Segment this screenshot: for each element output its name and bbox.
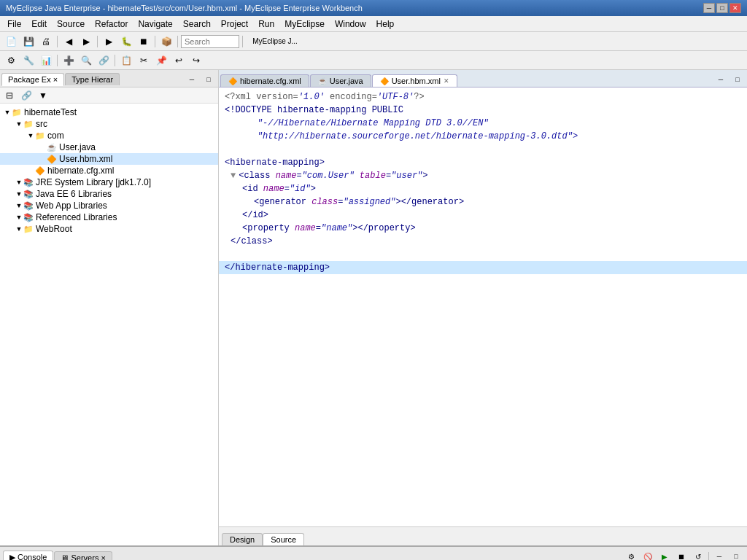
tb2-btn5[interactable]: 🔍 bbox=[78, 53, 94, 68]
new-button[interactable]: 📄 bbox=[3, 34, 19, 49]
menu-project[interactable]: Project bbox=[217, 18, 252, 31]
menu-help[interactable]: Help bbox=[372, 18, 399, 31]
panel-maximize-btn[interactable]: □ bbox=[201, 72, 217, 87]
tree-item-hibernatetest[interactable]: ▼ 📁 hibernateTest bbox=[0, 106, 218, 118]
tb2-btn7[interactable]: 📋 bbox=[118, 53, 134, 68]
left-panel: Package Ex × Type Hierar ─ □ ⊟ 🔗 ▼ ▼ 📁 h… bbox=[0, 70, 219, 545]
editor-tabs: 🔶 hibernate.cfg.xml ☕ User.java 🔶 User.h… bbox=[219, 70, 747, 88]
btm-sep bbox=[708, 552, 709, 560]
editor-minimize-btn[interactable]: ─ bbox=[713, 72, 729, 87]
collapse-all-btn[interactable]: ⊟ bbox=[1, 88, 18, 103]
menu-source[interactable]: Source bbox=[53, 18, 89, 31]
tree-item-userjava[interactable]: ☕ User.java bbox=[0, 141, 218, 153]
tree-item-src[interactable]: ▼ 📁 src bbox=[0, 118, 218, 130]
myeclipse-btn[interactable]: MyEclipse J... bbox=[246, 34, 304, 49]
tree-item-hibernate-cfg[interactable]: 🔶 hibernate.cfg.xml bbox=[0, 165, 218, 176]
panel-minimize-btn[interactable]: ─ bbox=[184, 72, 200, 87]
expand-webapp[interactable]: ▼ bbox=[15, 202, 23, 209]
expand-jre[interactable]: ▼ bbox=[15, 179, 23, 186]
stop-button[interactable]: ⏹ bbox=[136, 34, 152, 49]
left-panel-tabs: Package Ex × Type Hierar ─ □ bbox=[0, 70, 218, 88]
code-line-5 bbox=[225, 143, 741, 156]
btm-panel-clear[interactable]: 🚫 bbox=[640, 549, 656, 560]
code-line-14: </hibernate-mapping> bbox=[219, 261, 747, 274]
bottom-panel-tabs: ▶ Console 🖥 Servers × ⚙ 🚫 ▶ ⏹ ↺ ─ □ bbox=[0, 547, 747, 560]
deploy-button[interactable]: 📦 bbox=[158, 34, 174, 49]
tree-item-reflibs[interactable]: ▼ 📚 Referenced Libraries bbox=[0, 211, 218, 223]
print-button[interactable]: 🖨 bbox=[38, 34, 54, 49]
tree-item-javaee[interactable]: ▼ 📚 Java EE 6 Libraries bbox=[0, 188, 218, 200]
reflibs-label: Referenced Libraries bbox=[36, 212, 117, 222]
btm-panel-stop[interactable]: ⏹ bbox=[673, 549, 689, 560]
tab-source[interactable]: Source bbox=[263, 533, 304, 545]
btm-panel-minimize[interactable]: ─ bbox=[711, 549, 727, 560]
tb2-sep2 bbox=[115, 55, 115, 66]
tb2-btn6[interactable]: 🔗 bbox=[96, 53, 112, 68]
editor-content[interactable]: <?xml version='1.0' encoding='UTF-8'?> <… bbox=[219, 88, 747, 526]
btm-panel-maximize[interactable]: □ bbox=[728, 549, 744, 560]
search-input[interactable] bbox=[181, 35, 239, 48]
tb2-btn10[interactable]: ↩ bbox=[171, 53, 187, 68]
expand-webroot[interactable]: ▼ bbox=[15, 225, 23, 233]
btm-panel-run[interactable]: ▶ bbox=[657, 549, 673, 560]
tree-item-userhbm[interactable]: 🔶 User.hbm.xml bbox=[0, 153, 218, 165]
tab-user-java[interactable]: ☕ User.java bbox=[310, 74, 371, 87]
btm-tab-servers[interactable]: 🖥 Servers × bbox=[54, 551, 112, 560]
tb2-sep1 bbox=[57, 55, 58, 66]
tb2-btn3[interactable]: 📊 bbox=[38, 53, 54, 68]
code-line-9: <generator class="assigned"></generator> bbox=[225, 195, 741, 209]
tab-design[interactable]: Design bbox=[222, 533, 263, 545]
menu-search[interactable]: Search bbox=[179, 18, 215, 31]
tab-package-explorer[interactable]: Package Ex × bbox=[1, 73, 64, 86]
save-button[interactable]: 💾 bbox=[20, 34, 36, 49]
btm-panel-refresh[interactable]: ↺ bbox=[690, 549, 706, 560]
tree-item-com[interactable]: ▼ 📁 com bbox=[0, 130, 218, 141]
expand-src[interactable]: ▼ bbox=[15, 120, 23, 128]
com-label: com bbox=[47, 131, 64, 141]
close-button[interactable]: ✕ bbox=[729, 3, 741, 13]
title-bar: MyEclipse Java Enterprise - hibernateTes… bbox=[0, 0, 747, 16]
menu-window[interactable]: Window bbox=[330, 18, 371, 31]
debug-button[interactable]: 🐛 bbox=[118, 34, 134, 49]
menu-file[interactable]: File bbox=[3, 18, 26, 31]
expand-com[interactable]: ▼ bbox=[26, 132, 35, 139]
code-line-6: <hibernate-mapping> bbox=[225, 156, 741, 169]
menu-edit[interactable]: Edit bbox=[27, 18, 51, 31]
menu-myeclipse[interactable]: MyEclipse bbox=[280, 18, 329, 31]
maximize-button[interactable]: □ bbox=[716, 3, 728, 13]
tb2-btn1[interactable]: ⚙ bbox=[3, 53, 19, 68]
menu-refactor[interactable]: Refactor bbox=[90, 18, 132, 31]
tb2-btn8[interactable]: ✂ bbox=[136, 53, 152, 68]
tab-userhbm-close[interactable]: ✕ bbox=[444, 77, 449, 85]
forward-button[interactable]: ▶ bbox=[78, 34, 94, 49]
menu-run[interactable]: Run bbox=[254, 18, 279, 31]
menu-navigate[interactable]: Navigate bbox=[133, 18, 177, 31]
code-line-7: ▼ <class name="com.User" table="user"> bbox=[225, 169, 741, 182]
tab-user-hbm[interactable]: 🔶 User.hbm.xml ✕ bbox=[372, 74, 457, 87]
code-line-4: "http://hibernate.sourceforge.net/hibern… bbox=[225, 130, 741, 143]
link-editor-btn[interactable]: 🔗 bbox=[18, 88, 34, 103]
btm-tab-console[interactable]: ▶ Console bbox=[3, 551, 53, 560]
back-button[interactable]: ◀ bbox=[61, 34, 77, 49]
editor-bottom-tabs: Design Source bbox=[219, 526, 747, 545]
minimize-button[interactable]: ─ bbox=[703, 3, 715, 13]
tab-type-hierarchy[interactable]: Type Hierar bbox=[65, 73, 120, 85]
tb2-btn2[interactable]: 🔧 bbox=[20, 53, 36, 68]
btm-panel-settings[interactable]: ⚙ bbox=[623, 549, 639, 560]
tb2-btn11[interactable]: ↪ bbox=[188, 53, 204, 68]
tree-filter-btn[interactable]: ▼ bbox=[35, 88, 51, 103]
expand-javaee[interactable]: ▼ bbox=[15, 190, 23, 198]
run-button[interactable]: ▶ bbox=[101, 34, 117, 49]
tree-item-jre[interactable]: ▼ 📚 JRE System Library [jdk1.7.0] bbox=[0, 176, 218, 188]
expand-hibernatetest[interactable]: ▼ bbox=[3, 109, 12, 116]
expand-reflibs[interactable]: ▼ bbox=[15, 214, 23, 221]
javaee-label: Java EE 6 Libraries bbox=[36, 189, 112, 199]
toolbar-row-1: 📄 💾 🖨 ◀ ▶ ▶ 🐛 ⏹ 📦 MyEclipse J... bbox=[0, 32, 747, 51]
tree-item-webroot[interactable]: ▼ 📁 WebRoot bbox=[0, 223, 218, 235]
editor-maximize-btn[interactable]: □ bbox=[729, 72, 746, 87]
tb2-btn4[interactable]: ➕ bbox=[61, 53, 77, 68]
tab-hibernate-cfg[interactable]: 🔶 hibernate.cfg.xml bbox=[220, 74, 309, 87]
tb2-btn9[interactable]: 📌 bbox=[153, 53, 169, 68]
webapp-icon: 📚 bbox=[23, 201, 34, 211]
tree-item-webapp[interactable]: ▼ 📚 Web App Libraries bbox=[0, 200, 218, 211]
